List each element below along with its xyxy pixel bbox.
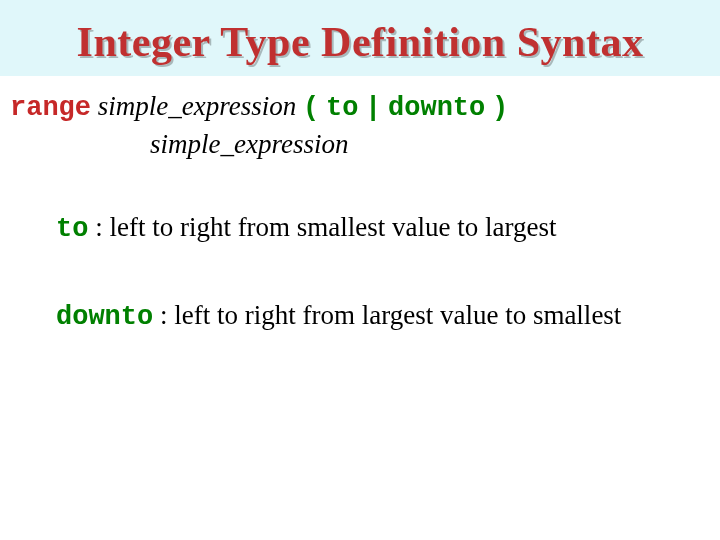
paren-open: (: [303, 93, 319, 123]
definition-to: to : left to right from smallest value t…: [56, 209, 710, 247]
paren-close: ): [492, 93, 508, 123]
content-area: range simple_expression ( to | downto ) …: [0, 76, 720, 336]
keyword-to: to: [326, 93, 358, 123]
def-keyword-downto: downto: [56, 302, 153, 332]
page-title: Integer Type Definition Syntax: [0, 18, 720, 66]
syntax-line-1: range simple_expression ( to | downto ): [10, 88, 710, 126]
definition-downto: downto : left to right from largest valu…: [56, 297, 710, 335]
keyword-downto: downto: [388, 93, 485, 123]
definitions: to : left to right from smallest value t…: [10, 209, 710, 336]
def-text-to: : left to right from smallest value to l…: [88, 212, 556, 242]
syntax-line-2: simple_expression: [150, 126, 710, 162]
meta-simple-expression-1: simple_expression: [98, 91, 296, 121]
meta-simple-expression-2: simple_expression: [150, 129, 348, 159]
def-keyword-to: to: [56, 214, 88, 244]
keyword-range: range: [10, 93, 91, 123]
bar-separator: |: [365, 93, 381, 123]
title-banner: Integer Type Definition Syntax: [0, 0, 720, 76]
def-text-downto: : left to right from largest value to sm…: [153, 300, 621, 330]
